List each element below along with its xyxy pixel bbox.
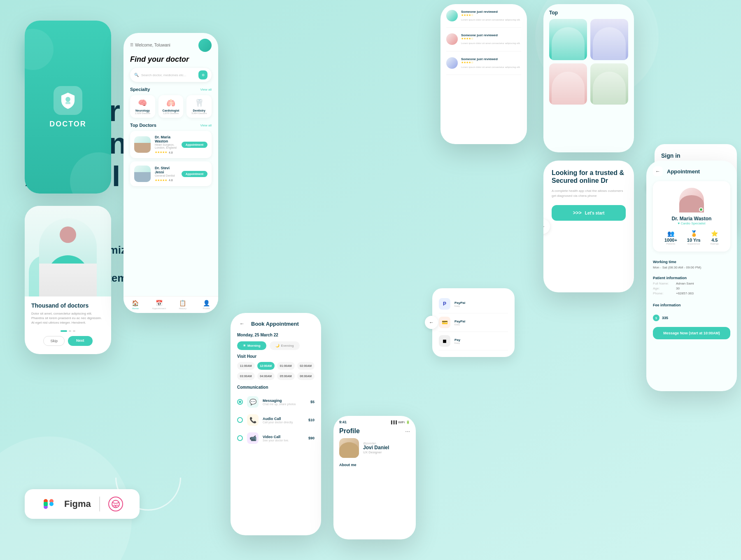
nav-history-label: History [179, 307, 186, 310]
reviews-content: Someone just reviewed ★★★★☆ Lorem ipsum … [440, 4, 527, 86]
morning-sun-icon: ☀ [243, 344, 246, 348]
payment-card[interactable]: 💳 PayPal Easy [439, 313, 508, 332]
profile-user-info: @jovedan Jovi Daniel UX Designer [363, 442, 410, 454]
specialty-view-all[interactable]: View all [200, 88, 212, 91]
home-nav-icon: 🏠 [132, 300, 139, 306]
filter-button[interactable]: ⚙ [198, 70, 207, 79]
specialty-dentistry[interactable]: 🦷 Dentistry 3,064 Doctors [186, 95, 212, 118]
home-header-left: ☰ Welcome, Toluwani [130, 43, 170, 48]
doctor-card-maria[interactable]: Dr. Maria Waston Heart Surgeon, London, … [130, 131, 212, 158]
review-3-stars: ★★★★☆ [461, 61, 521, 64]
three-dots-menu[interactable]: ··· [405, 428, 410, 434]
skip-button[interactable]: Skip [43, 336, 65, 346]
search-bar[interactable]: 🔍 Search doctor, medicines etc... ⚙ [130, 68, 212, 82]
top-doctors-title: Top Doctors [130, 123, 156, 128]
patient-name-row: Full Name: Adnan Sami [653, 282, 730, 285]
book-appt-header: ← Book Appointment [231, 313, 321, 329]
slot-0600[interactable]: 06:00AM [297, 372, 315, 380]
slot-0400[interactable]: 04:00AM [257, 372, 275, 380]
home-navbar: 🏠 Home 📅 Appointment 📋 History 👤 Profile [124, 296, 218, 313]
evening-button[interactable]: 🌙 Evening [270, 341, 300, 350]
cardio-count: 1,870 Doctors [161, 112, 181, 114]
nav-history[interactable]: 📋 History [171, 300, 195, 310]
doc-grid-1 [549, 19, 587, 60]
profile-avatar-large [339, 438, 359, 458]
nav-profile[interactable]: 👤 Profile [195, 300, 219, 310]
messaging-radio[interactable] [237, 399, 243, 405]
review-2-stars: ★★★★☆ [461, 37, 521, 40]
slot-1200[interactable]: 12:00AM [257, 362, 275, 370]
slot-0100[interactable]: 01:00AM [277, 362, 295, 370]
stat-ratings: ⭐ 4.5 Ratings [711, 230, 719, 245]
other-payment-sub: Easy [454, 342, 460, 344]
doc-grid-2 [590, 19, 628, 60]
profile-name: Jovi Daniel [363, 445, 410, 450]
patients-icon: 👥 [664, 230, 677, 237]
messaging-icon: 💬 [247, 396, 259, 408]
lets-start-button[interactable]: >>> Let's start [552, 205, 626, 221]
svg-point-6 [112, 500, 119, 508]
ratings-val: 4.5 [711, 238, 719, 243]
profile-status-bar: 9:41 ▐▐▐ WiFi 🔋 [333, 416, 416, 424]
phone-landing: ← Looking for a trusted & Secured online… [543, 161, 634, 292]
message-now-button[interactable]: Message Now (start at 10:00AM) [653, 327, 730, 339]
appointment-btn-maria[interactable]: Appointment [182, 142, 207, 148]
specialty-cardio[interactable]: 🫁 Cardiologist 1,870 Doctors [158, 95, 184, 118]
payment-other[interactable]: ◼ Pay Easy [439, 332, 508, 350]
doctor-card-stevi[interactable]: Dr. Stevi Jessi General Dentist ★★★★★ 4.… [130, 161, 212, 186]
home-user-avatar[interactable] [198, 39, 212, 52]
comm-audio[interactable]: 📞 Audio Call Call your doctor directly. … [231, 411, 321, 429]
doctor-maria-name: Dr. Maria Waston [155, 135, 177, 143]
slot-0200[interactable]: 02:00AM [297, 362, 315, 370]
comm-messaging[interactable]: 💬 Messaging Chat me up, share photos $5 [231, 393, 321, 411]
nav-profile-label: Profile [203, 307, 210, 310]
svg-point-7 [65, 97, 70, 102]
video-radio[interactable] [237, 435, 243, 441]
top-doctors-view-all[interactable]: View all [200, 124, 212, 127]
doctor-stevi-rating: ★★★★★ 4.8 [155, 179, 177, 182]
figma-logo-icon [41, 497, 56, 511]
stevi-stars-icon: ★★★★★ [155, 179, 167, 182]
morning-button[interactable]: ☀ Morning [237, 341, 266, 350]
visit-hour-title: Visit Hour [231, 354, 321, 362]
slot-0500[interactable]: 05:00AM [277, 372, 295, 380]
next-button[interactable]: Next [68, 336, 93, 346]
reviewer-3-avatar [446, 57, 458, 69]
nav-home-label: Home [132, 307, 139, 310]
reviewer-3-name: Someone just reviewed [461, 57, 521, 61]
patients-label: Patients [664, 243, 677, 245]
review-3-block: Someone just reviewed ★★★★☆ Lorem ipsum … [461, 57, 521, 69]
neurology-emoji: 🧠 [133, 98, 153, 107]
patient-name-label: Full Name: [653, 282, 673, 285]
appointment-btn-stevi[interactable]: Appointment [182, 171, 207, 177]
slot-1100[interactable]: 11:00AM [237, 362, 255, 370]
card-sub: Easy [454, 323, 465, 326]
appt-doctor-stats: 👥 1000+ Patients 🏅 10 Yrs Experience ⭐ 4… [659, 230, 724, 245]
slot-0300[interactable]: 03:00AM [237, 372, 255, 380]
payment-paypal[interactable]: P PayPal Easy [439, 295, 508, 313]
comm-video[interactable]: 📹 Video Call See your doctor live. $90 [231, 429, 321, 447]
figma-label: Figma [64, 499, 91, 509]
specialty-neurology[interactable]: 🧠 Neurology 2,029 Doctors [130, 95, 155, 118]
appt-back-button[interactable]: ← [653, 166, 663, 176]
morning-label: Morning [247, 344, 261, 348]
onboard-title: Thousand of doctors [31, 302, 105, 309]
messaging-name: Messaging [263, 399, 306, 403]
status-icons: ▐▐▐ WiFi 🔋 [390, 420, 410, 424]
audio-radio[interactable] [237, 417, 243, 423]
doctor-stevi-info: Dr. Stevi Jessi General Dentist ★★★★★ 4.… [155, 166, 177, 182]
phone-splash: DOCTOR [25, 21, 111, 194]
svg-point-5 [49, 502, 54, 506]
start-arrows-icon: >>> [573, 210, 582, 216]
nav-home[interactable]: 🏠 Home [124, 300, 147, 310]
payment-prev-arrow[interactable]: ← [425, 316, 438, 329]
video-info: Video Call See your doctor live. [263, 435, 304, 442]
phone-book-appt: ← Book Appointment Monday, 25 March 22 ☀… [231, 313, 321, 535]
nav-appointment[interactable]: 📅 Appointment [147, 300, 171, 310]
specialty-section-header: Specialty View all [124, 87, 218, 95]
cardio-emoji: 🫁 [161, 98, 181, 107]
messaging-price: $5 [310, 400, 315, 404]
book-back-button[interactable]: ← [237, 319, 247, 329]
stars-icon: ★★★★★ [155, 151, 167, 154]
card-icon: 💳 [439, 317, 450, 328]
